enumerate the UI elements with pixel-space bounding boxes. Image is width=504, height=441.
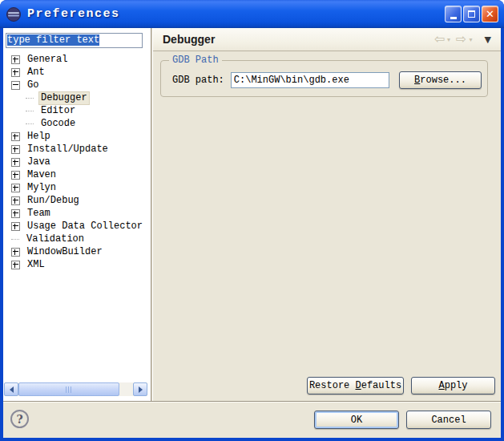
filter-input-text: type filter text [7,34,99,46]
question-mark-icon: ? [16,413,22,426]
tree-item-label: General [26,54,69,66]
tree-item-label: Go [26,79,40,91]
scroll-left-button[interactable] [4,382,18,396]
page-header: Debugger ⇦ ▾ ⇨ ▾ ▼ [153,28,501,51]
scrollbar-grip-icon [66,386,73,393]
forward-dropdown-icon[interactable]: ▾ [470,36,473,43]
view-menu-icon[interactable]: ▼ [485,34,491,45]
tree-item-install-update[interactable]: Install/Update [3,143,151,156]
collapse-icon[interactable] [11,81,20,90]
ok-button[interactable]: OK [314,411,399,429]
scroll-left-icon [10,386,14,393]
tree-item-label: Team [26,208,52,220]
scroll-right-button[interactable] [133,382,147,396]
preference-tree-panel: type filter text GeneralAntGoDebuggerEdi… [3,28,151,401]
tree-item-maven[interactable]: Maven [3,168,151,181]
tree-item-xml[interactable]: XML [3,258,151,271]
eclipse-logo-icon [6,6,22,22]
expand-icon[interactable] [11,196,20,205]
apply-button[interactable]: Apply [411,377,495,394]
page-title: Debugger [163,33,215,46]
tree-item-go[interactable]: Go [3,79,151,91]
minimize-icon [450,17,457,19]
gdb-path-input[interactable] [231,72,389,88]
tree-item-usage-data-collector[interactable]: Usage Data Collector [3,220,151,233]
browse-button[interactable]: Browse... [399,71,482,89]
close-button[interactable]: ✕ [482,6,498,22]
tree-item-label: Maven [26,169,58,181]
tree-item-java[interactable]: Java [3,156,151,168]
tree-item-general[interactable]: General [3,53,151,66]
tree-item-label: WindowBuilder [26,246,104,258]
tree-item-label: Help [26,131,52,143]
expand-icon[interactable] [11,158,20,167]
expand-icon[interactable] [11,132,20,141]
tree-item-label: Validation [25,233,86,245]
forward-icon[interactable]: ⇨ [456,33,466,46]
tree-item-run-debug[interactable]: Run/Debug [3,194,151,207]
scroll-right-icon [139,386,143,393]
gdb-path-label: GDB path: [172,75,224,86]
tree-item-validation[interactable]: Validation [3,233,151,245]
expand-icon[interactable] [11,184,20,192]
tree-item-label: Run/Debug [26,195,81,207]
tree-item-label: Mylyn [26,182,58,194]
expand-icon[interactable] [11,68,20,77]
expand-icon[interactable] [11,171,20,180]
horizontal-scrollbar[interactable] [4,382,147,396]
tree-item-label: Ant [26,67,46,79]
restore-defaults-button[interactable]: Restore Defaults [307,377,404,394]
preference-tree: GeneralAntGoDebuggerEditorGocodeHelpInst… [3,53,151,271]
tree-item-label: Usage Data Collector [26,220,144,233]
expand-icon[interactable] [11,209,20,218]
tree-item-editor[interactable]: Editor [3,104,151,117]
titlebar[interactable]: Preferences ✕ [0,0,504,28]
expand-icon[interactable] [11,55,20,64]
tree-connector [11,239,19,240]
tree-item-label: Install/Update [26,144,110,156]
tree-connector [26,123,34,124]
tree-item-label: Java [26,156,52,168]
group-title: GDB Path [169,55,222,66]
expand-icon[interactable] [11,145,20,154]
back-dropdown-icon[interactable]: ▾ [447,36,450,43]
maximize-button[interactable] [463,6,480,22]
gdb-path-group: GDB Path GDB path: Browse... [160,60,488,97]
tree-item-mylyn[interactable]: Mylyn [3,181,151,194]
tree-item-help[interactable]: Help [3,130,151,143]
tree-item-label: Editor [39,105,77,117]
tree-connector [26,98,34,99]
tree-item-debugger[interactable]: Debugger [3,91,151,104]
minimize-button[interactable] [445,6,462,22]
tree-item-gocode[interactable]: Gocode [3,117,151,130]
help-button[interactable]: ? [10,410,29,428]
expand-icon[interactable] [11,261,20,269]
expand-icon[interactable] [11,248,20,257]
dialog-body: type filter text GeneralAntGoDebuggerEdi… [3,28,501,438]
window-title: Preferences [27,7,120,21]
scrollbar-thumb[interactable] [18,382,119,396]
tree-item-label: Gocode [39,118,77,130]
close-icon: ✕ [486,9,494,19]
dialog-footer: ? OK Cancel [3,403,501,438]
cancel-button[interactable]: Cancel [406,411,491,429]
tree-item-ant[interactable]: Ant [3,66,151,79]
preferences-dialog: Preferences ✕ type filter text GeneralAn… [0,0,504,441]
expand-icon[interactable] [11,222,20,231]
tree-item-label: Debugger [39,92,89,104]
debugger-page: Debugger ⇦ ▾ ⇨ ▾ ▼ GDB Path GDB path: Br… [153,28,501,401]
filter-input[interactable]: type filter text [6,33,143,48]
back-icon[interactable]: ⇦ [434,33,445,46]
tree-item-windowbuilder[interactable]: WindowBuilder [3,245,151,258]
tree-item-label: XML [26,259,46,271]
maximize-icon [468,10,475,18]
tree-item-team[interactable]: Team [3,207,151,220]
tree-connector [26,111,34,111]
scrollbar-track[interactable] [18,382,133,396]
